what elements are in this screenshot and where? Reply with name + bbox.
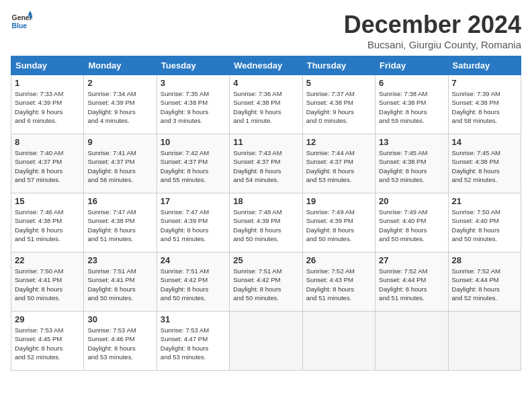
calendar-day-18: 18Sunrise: 7:48 AM Sunset: 4:39 PM Dayli… [230, 193, 302, 253]
day-number: 18 [233, 196, 298, 206]
day-info: Sunrise: 7:52 AM Sunset: 4:43 PM Dayligh… [306, 267, 371, 302]
day-info: Sunrise: 7:51 AM Sunset: 4:42 PM Dayligh… [233, 267, 298, 302]
logo: General Blue [11, 11, 32, 32]
calendar-day-15: 15Sunrise: 7:46 AM Sunset: 4:38 PM Dayli… [11, 193, 84, 253]
calendar-day-14: 14Sunrise: 7:45 AM Sunset: 4:38 PM Dayli… [448, 134, 521, 193]
calendar-day-16: 16Sunrise: 7:47 AM Sunset: 4:38 PM Dayli… [84, 193, 157, 253]
calendar-day-17: 17Sunrise: 7:47 AM Sunset: 4:39 PM Dayli… [157, 193, 229, 253]
day-number: 15 [15, 196, 80, 206]
day-info: Sunrise: 7:53 AM Sunset: 4:46 PM Dayligh… [87, 326, 152, 361]
day-number: 10 [161, 137, 226, 147]
day-info: Sunrise: 7:33 AM Sunset: 4:39 PM Dayligh… [15, 89, 80, 125]
calendar-header-saturday: Saturday [448, 56, 521, 75]
day-info: Sunrise: 7:37 AM Sunset: 4:38 PM Dayligh… [306, 89, 371, 125]
calendar-header-sunday: Sunday [11, 56, 84, 75]
day-info: Sunrise: 7:47 AM Sunset: 4:38 PM Dayligh… [87, 208, 152, 243]
day-info: Sunrise: 7:49 AM Sunset: 4:39 PM Dayligh… [306, 208, 371, 243]
day-number: 19 [306, 196, 371, 206]
day-info: Sunrise: 7:51 AM Sunset: 4:42 PM Dayligh… [161, 267, 226, 302]
page-subtitle: Bucsani, Giurgiu County, Romania [344, 39, 521, 50]
calendar-week-row: 29Sunrise: 7:53 AM Sunset: 4:45 PM Dayli… [11, 312, 521, 371]
day-number: 23 [87, 255, 152, 265]
day-info: Sunrise: 7:50 AM Sunset: 4:41 PM Dayligh… [15, 267, 80, 302]
day-number: 20 [379, 196, 444, 206]
calendar-day-28: 28Sunrise: 7:52 AM Sunset: 4:44 PM Dayli… [448, 253, 521, 312]
day-number: 6 [379, 78, 444, 88]
title-area: December 2024 Bucsani, Giurgiu County, R… [344, 11, 521, 50]
day-info: Sunrise: 7:53 AM Sunset: 4:47 PM Dayligh… [161, 326, 226, 361]
day-info: Sunrise: 7:34 AM Sunset: 4:39 PM Dayligh… [87, 89, 152, 125]
calendar-header-wednesday: Wednesday [230, 56, 302, 75]
calendar-header-tuesday: Tuesday [157, 56, 229, 75]
day-info: Sunrise: 7:45 AM Sunset: 4:38 PM Dayligh… [379, 148, 444, 184]
calendar-header-friday: Friday [375, 56, 448, 75]
day-info: Sunrise: 7:47 AM Sunset: 4:39 PM Dayligh… [161, 208, 226, 243]
calendar-day-9: 9Sunrise: 7:41 AM Sunset: 4:37 PM Daylig… [84, 134, 157, 193]
calendar-day-31: 31Sunrise: 7:53 AM Sunset: 4:47 PM Dayli… [157, 312, 229, 371]
day-info: Sunrise: 7:52 AM Sunset: 4:44 PM Dayligh… [379, 267, 444, 302]
svg-text:Blue: Blue [12, 22, 28, 30]
day-number: 12 [306, 137, 371, 147]
day-info: Sunrise: 7:51 AM Sunset: 4:41 PM Dayligh… [87, 267, 152, 302]
day-number: 31 [161, 314, 226, 324]
day-info: Sunrise: 7:53 AM Sunset: 4:45 PM Dayligh… [15, 326, 80, 361]
day-number: 27 [379, 255, 444, 265]
calendar-day-25: 25Sunrise: 7:51 AM Sunset: 4:42 PM Dayli… [230, 253, 302, 312]
day-number: 14 [452, 137, 517, 147]
day-info: Sunrise: 7:50 AM Sunset: 4:40 PM Dayligh… [452, 208, 517, 243]
day-number: 9 [87, 137, 152, 147]
day-info: Sunrise: 7:41 AM Sunset: 4:37 PM Dayligh… [87, 148, 152, 184]
day-number: 7 [452, 78, 517, 88]
calendar-day-24: 24Sunrise: 7:51 AM Sunset: 4:42 PM Dayli… [157, 253, 229, 312]
calendar-day-empty [448, 312, 521, 371]
day-info: Sunrise: 7:43 AM Sunset: 4:37 PM Dayligh… [233, 148, 298, 184]
day-info: Sunrise: 7:44 AM Sunset: 4:37 PM Dayligh… [306, 148, 371, 184]
day-info: Sunrise: 7:38 AM Sunset: 4:38 PM Dayligh… [379, 89, 444, 125]
day-info: Sunrise: 7:45 AM Sunset: 4:38 PM Dayligh… [452, 148, 517, 184]
day-number: 11 [233, 137, 298, 147]
calendar-day-6: 6Sunrise: 7:38 AM Sunset: 4:38 PM Daylig… [375, 75, 448, 134]
day-number: 16 [87, 196, 152, 206]
calendar-day-5: 5Sunrise: 7:37 AM Sunset: 4:38 PM Daylig… [302, 75, 375, 134]
calendar-week-row: 15Sunrise: 7:46 AM Sunset: 4:38 PM Dayli… [11, 193, 521, 253]
day-number: 1 [15, 78, 80, 88]
calendar-day-12: 12Sunrise: 7:44 AM Sunset: 4:37 PM Dayli… [302, 134, 375, 193]
page-title: December 2024 [344, 11, 521, 39]
calendar-table: SundayMondayTuesdayWednesdayThursdayFrid… [11, 56, 521, 371]
calendar-day-3: 3Sunrise: 7:35 AM Sunset: 4:38 PM Daylig… [157, 75, 229, 134]
day-number: 13 [379, 137, 444, 147]
day-info: Sunrise: 7:39 AM Sunset: 4:38 PM Dayligh… [452, 89, 517, 125]
day-number: 28 [452, 255, 517, 265]
day-info: Sunrise: 7:49 AM Sunset: 4:40 PM Dayligh… [379, 208, 444, 243]
day-info: Sunrise: 7:36 AM Sunset: 4:38 PM Dayligh… [233, 89, 298, 125]
calendar-header-thursday: Thursday [302, 56, 375, 75]
calendar-day-21: 21Sunrise: 7:50 AM Sunset: 4:40 PM Dayli… [448, 193, 521, 253]
calendar-day-23: 23Sunrise: 7:51 AM Sunset: 4:41 PM Dayli… [84, 253, 157, 312]
day-info: Sunrise: 7:46 AM Sunset: 4:38 PM Dayligh… [15, 208, 80, 243]
day-number: 5 [306, 78, 371, 88]
calendar-day-empty [302, 312, 375, 371]
calendar-day-8: 8Sunrise: 7:40 AM Sunset: 4:37 PM Daylig… [11, 134, 84, 193]
calendar-day-2: 2Sunrise: 7:34 AM Sunset: 4:39 PM Daylig… [84, 75, 157, 134]
calendar-day-20: 20Sunrise: 7:49 AM Sunset: 4:40 PM Dayli… [375, 193, 448, 253]
calendar-header-row: SundayMondayTuesdayWednesdayThursdayFrid… [11, 56, 521, 75]
calendar-day-4: 4Sunrise: 7:36 AM Sunset: 4:38 PM Daylig… [230, 75, 302, 134]
day-number: 3 [161, 78, 226, 88]
day-number: 21 [452, 196, 517, 206]
calendar-day-empty [230, 312, 302, 371]
calendar-day-7: 7Sunrise: 7:39 AM Sunset: 4:38 PM Daylig… [448, 75, 521, 134]
day-number: 24 [161, 255, 226, 265]
day-number: 4 [233, 78, 298, 88]
day-number: 30 [87, 314, 152, 324]
calendar-day-11: 11Sunrise: 7:43 AM Sunset: 4:37 PM Dayli… [230, 134, 302, 193]
day-number: 22 [15, 255, 80, 265]
logo-icon: General Blue [11, 11, 32, 32]
svg-marker-2 [28, 11, 32, 15]
day-number: 29 [15, 314, 80, 324]
day-number: 25 [233, 255, 298, 265]
day-number: 26 [306, 255, 371, 265]
calendar-day-26: 26Sunrise: 7:52 AM Sunset: 4:43 PM Dayli… [302, 253, 375, 312]
calendar-day-13: 13Sunrise: 7:45 AM Sunset: 4:38 PM Dayli… [375, 134, 448, 193]
calendar-day-empty [375, 312, 448, 371]
calendar-day-27: 27Sunrise: 7:52 AM Sunset: 4:44 PM Dayli… [375, 253, 448, 312]
